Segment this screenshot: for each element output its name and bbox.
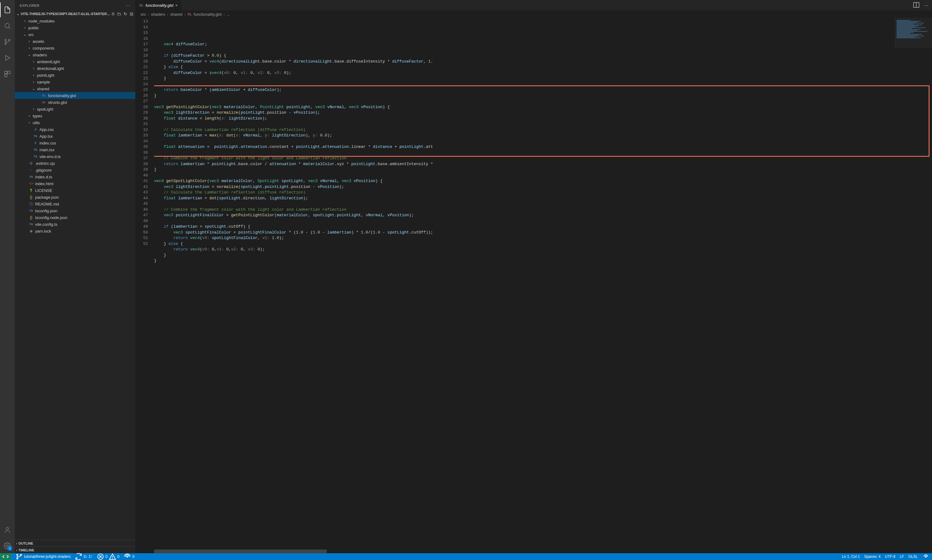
activity-scm[interactable] [0, 34, 15, 49]
breadcrumb[interactable]: src › shaders › shared › GL functionalit… [136, 11, 932, 18]
remote-button[interactable] [0, 553, 11, 560]
breadcrumb-item[interactable]: shaders [151, 12, 165, 17]
explorer-project-header[interactable]: ⌄ VITE-THREEJS-TYPESCRIPT-REACT-GLSL-STA… [15, 11, 135, 17]
breadcrumb-item[interactable]: shared [170, 12, 182, 17]
broadcast-icon [123, 553, 131, 560]
tree-item-label: directionalLight [37, 66, 64, 71]
cursor-position[interactable]: Ln 1, Col 1 [842, 553, 860, 560]
refresh-icon[interactable]: ↻ [123, 11, 127, 16]
tab-functionality-glsl[interactable]: GL functionality.glsl × [136, 0, 182, 11]
file-item[interactable]: TStsconfig.json [15, 207, 135, 214]
activity-search[interactable] [0, 18, 15, 33]
folder-item[interactable]: ⌄src [15, 31, 135, 38]
folder-item[interactable]: ›public [15, 24, 135, 31]
file-tree[interactable]: ›node_modules›public⌄src›assets›componen… [15, 17, 135, 540]
folder-item[interactable]: ›directionalLight [15, 65, 135, 72]
file-item[interactable]: TSmain.tsx [15, 146, 135, 153]
eol-indicator[interactable]: LF [900, 553, 904, 560]
svg-point-9 [6, 527, 9, 530]
breadcrumb-item[interactable]: functionality.glsl [194, 12, 222, 17]
file-item[interactable]: TSindex.d.ts [15, 174, 135, 180]
folder-item[interactable]: ›sample [15, 78, 135, 85]
folder-item[interactable]: ⌄shared [15, 85, 135, 92]
branch-indicator[interactable]: tutorial/three-js/light-shaders [15, 553, 71, 560]
code-line: float attenuation = pointLight.attenuati… [154, 144, 932, 150]
more-actions-icon[interactable]: ⋯ [924, 3, 928, 8]
activity-explorer[interactable] [0, 3, 15, 17]
tree-item-label: README.md [35, 202, 59, 206]
file-item[interactable]: #index.css [15, 140, 135, 146]
radio-count: 0 [132, 554, 134, 559]
breadcrumb-item[interactable]: src [140, 12, 146, 17]
errors-indicator[interactable]: 0 0 [97, 553, 119, 560]
language-indicator[interactable]: GLSL [908, 553, 918, 560]
file-type-icon: {} [28, 215, 34, 220]
scrollbar-thumb[interactable] [154, 549, 327, 553]
tree-item-label: main.tsx [40, 148, 54, 152]
file-item[interactable]: GLstructs.glsl [15, 99, 135, 106]
code-editor[interactable]: vec4 diffuseColor; if (diffuseFactor > 0… [154, 18, 932, 549]
file-item[interactable]: TSvite.config.ts [15, 221, 135, 228]
file-item[interactable]: ⊘.eslintrc.cjs [15, 160, 135, 167]
minimap[interactable] [895, 18, 932, 48]
outline-section[interactable]: › OUTLINE [15, 540, 135, 546]
code-line [154, 36, 932, 42]
folder-item[interactable]: ›utils [15, 119, 135, 126]
tree-item-label: index.d.ts [35, 175, 52, 179]
file-item[interactable]: TSApp.tsx [15, 133, 135, 140]
new-file-icon[interactable]: ⎘ [112, 11, 114, 16]
folder-item[interactable]: ›components [15, 45, 135, 51]
activity-bar: 1 [0, 0, 15, 553]
collapse-icon[interactable]: ⊟ [130, 11, 134, 16]
svg-point-20 [112, 558, 112, 558]
folder-item[interactable]: ›assets [15, 38, 135, 45]
code-line: } [154, 93, 932, 99]
activity-settings[interactable]: 1 [0, 538, 15, 553]
file-item[interactable]: ◦.gitignore [15, 167, 135, 174]
feedback-icon[interactable] [922, 553, 929, 560]
file-type-icon: TS [33, 148, 38, 151]
folder-item[interactable]: ⌄shaders [15, 51, 135, 58]
file-item[interactable]: <>index.html [15, 180, 135, 187]
close-icon[interactable]: × [176, 3, 178, 8]
horizontal-scrollbar[interactable] [136, 549, 932, 553]
file-item[interactable]: ⓘREADME.md [15, 200, 135, 207]
folder-item[interactable]: ›spotLight [15, 106, 135, 112]
folder-item[interactable]: ›pointLight [15, 72, 135, 78]
activity-account[interactable] [0, 522, 15, 537]
sync-indicator[interactable]: 0↓ 2↑ [75, 553, 92, 560]
radio-indicator[interactable]: 0 [123, 553, 134, 560]
file-item[interactable]: TSvite-env.d.ts [15, 153, 135, 160]
chevron-right-icon: › [16, 548, 17, 552]
new-folder-icon[interactable]: 🗀 [117, 11, 121, 16]
file-type-icon: TS [33, 155, 38, 158]
sidebar-more-icon[interactable]: ⋯ [125, 3, 131, 8]
code-line [154, 122, 932, 127]
file-item[interactable]: #App.css [15, 126, 135, 133]
file-item[interactable]: {}package.json [15, 194, 135, 200]
encoding-indicator[interactable]: UTF-8 [885, 553, 895, 560]
folder-item[interactable]: ›types [15, 112, 135, 119]
chevron-down-icon: ⌄ [23, 32, 27, 37]
activity-debug[interactable] [0, 51, 15, 65]
svg-rect-8 [5, 74, 7, 77]
tree-item-label: sample [37, 80, 50, 85]
file-item[interactable]: GLfunctionality.glsl [15, 92, 135, 99]
file-item[interactable]: ¶LICENSE [15, 187, 135, 194]
split-editor-icon[interactable] [913, 1, 920, 9]
code-container: 1314151617181920212223242526272829303132… [136, 18, 932, 549]
code-line [154, 201, 932, 207]
activity-extensions[interactable] [0, 66, 15, 81]
folder-item[interactable]: ›ambientLight [15, 58, 135, 65]
breadcrumb-item[interactable]: ... [226, 12, 230, 17]
code-line: } [154, 167, 932, 173]
code-line [154, 138, 932, 145]
file-item[interactable]: ◉yarn.lock [15, 228, 135, 234]
tree-item-label: ambientLight [37, 60, 60, 64]
file-type-icon: ◦ [28, 168, 34, 172]
chevron-down-icon: ⌄ [31, 86, 36, 91]
indent-indicator[interactable]: Spaces: 4 [864, 553, 881, 560]
folder-item[interactable]: ›node_modules [15, 18, 135, 24]
timeline-section[interactable]: › TIMELINE [15, 546, 135, 553]
file-item[interactable]: {}tsconfig.node.json [15, 214, 135, 221]
